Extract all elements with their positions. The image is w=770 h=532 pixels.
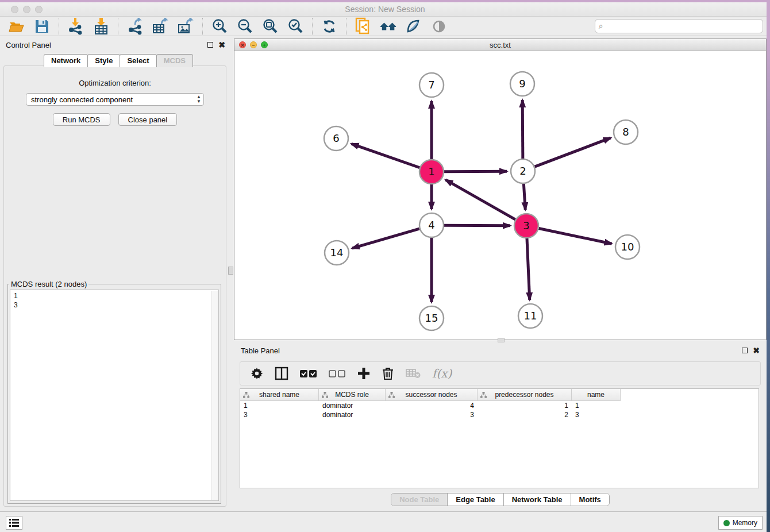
- zoom-out-icon[interactable]: [236, 18, 253, 35]
- tab-select[interactable]: Select: [120, 54, 156, 67]
- duplicate-network-icon[interactable]: [355, 18, 372, 35]
- vertical-splitter-handle[interactable]: [228, 267, 233, 275]
- column-header-name[interactable]: name: [572, 389, 621, 400]
- table-settings-icon[interactable]: [251, 367, 263, 380]
- cell-name[interactable]: 3: [572, 410, 621, 419]
- status-bar: Memory: [0, 511, 770, 532]
- tab-network[interactable]: Network: [44, 54, 88, 67]
- import-network-icon[interactable]: [67, 18, 84, 35]
- cell-predecessor-nodes[interactable]: 1: [478, 401, 572, 410]
- mcds-result-text[interactable]: 1 3: [10, 290, 219, 501]
- search-input[interactable]: [606, 22, 763, 30]
- close-panel-icon[interactable]: ✖: [218, 42, 225, 48]
- edge-4-3[interactable]: [444, 225, 510, 226]
- column-header-successor-nodes[interactable]: successor nodes: [386, 389, 478, 400]
- mcds-result-title: MCDS result (2 nodes): [9, 280, 88, 288]
- graph-node-label-3: 3: [523, 219, 529, 232]
- save-session-icon[interactable]: [33, 18, 51, 35]
- column-panel-icon[interactable]: [275, 367, 288, 380]
- export-image-icon[interactable]: [177, 18, 194, 35]
- graph-node-label-6: 6: [333, 132, 339, 144]
- graph-node-label-4: 4: [428, 219, 434, 231]
- vizmap-icon[interactable]: [405, 18, 422, 35]
- graph-node-label-1: 1: [428, 165, 434, 178]
- delete-table-icon[interactable]: [406, 368, 421, 379]
- cell-mcds-role[interactable]: dominator: [319, 410, 386, 419]
- task-history-button[interactable]: [6, 516, 22, 530]
- edge-3-1[interactable]: [445, 180, 515, 219]
- result-line: 3: [14, 300, 218, 310]
- cell-successor-nodes[interactable]: 3: [386, 410, 478, 419]
- export-network-icon[interactable]: [126, 18, 144, 35]
- delete-column-icon[interactable]: [382, 367, 394, 380]
- select-all-columns-icon[interactable]: [300, 369, 317, 378]
- optimization-criterion-label: Optimization criterion:: [4, 79, 226, 87]
- network-canvas[interactable]: 7968124314101511: [234, 52, 766, 340]
- export-table-icon[interactable]: [152, 18, 169, 35]
- result-scrollbar[interactable]: [211, 291, 218, 500]
- table-row[interactable]: 1 dominator 4 1 1: [240, 401, 621, 410]
- tab-network-table[interactable]: Network Table: [504, 494, 571, 506]
- criterion-combobox[interactable]: strongly connected component ▲▼: [26, 93, 204, 106]
- network-view-window: ✕ − + scc.txt 7968124314101511: [234, 38, 767, 340]
- table-panel-title: Table Panel: [241, 346, 742, 355]
- edge-2-9[interactable]: [522, 100, 523, 159]
- control-panel-tabs: Network Style Select MCDS: [44, 54, 192, 67]
- float-panel-icon[interactable]: [207, 42, 213, 48]
- column-header-shared-name[interactable]: shared name: [240, 389, 319, 400]
- node-table[interactable]: shared name MCDS role successor nodes pr…: [240, 388, 759, 488]
- result-line: 1: [14, 291, 218, 300]
- cell-mcds-role[interactable]: dominator: [319, 401, 386, 410]
- open-session-icon[interactable]: [8, 18, 25, 35]
- zoom-fit-icon[interactable]: [261, 18, 279, 35]
- network-maximize-button[interactable]: +: [261, 41, 268, 48]
- graph-node-label-8: 8: [622, 126, 629, 138]
- cell-shared-name[interactable]: 3: [240, 410, 319, 419]
- network-window-titlebar[interactable]: ✕ − + scc.txt: [234, 39, 766, 51]
- column-header-predecessor-nodes[interactable]: predecessor nodes: [478, 389, 572, 400]
- mcds-result-group: MCDS result (2 nodes) 1 3: [7, 280, 221, 504]
- unselect-all-columns-icon[interactable]: [329, 369, 346, 378]
- desktop-edge-top: [0, 0, 770, 2]
- zoom-in-icon[interactable]: [211, 18, 228, 35]
- table-header-row: shared name MCDS role successor nodes pr…: [240, 389, 621, 401]
- tab-node-table[interactable]: Node Table: [391, 494, 448, 506]
- column-header-mcds-role[interactable]: MCDS role: [319, 389, 386, 400]
- tab-mcds[interactable]: MCDS: [156, 54, 193, 67]
- edge-2-3[interactable]: [523, 184, 525, 210]
- function-builder-icon[interactable]: f(x): [432, 367, 452, 380]
- import-table-icon[interactable]: [93, 18, 110, 35]
- table-row[interactable]: 3 dominator 3 2 3: [240, 410, 621, 419]
- cell-successor-nodes[interactable]: 4: [386, 401, 478, 410]
- combo-stepper-icon: ▲▼: [197, 95, 201, 104]
- hide-icon[interactable]: [430, 18, 448, 35]
- create-column-icon[interactable]: [357, 367, 370, 380]
- run-mcds-button[interactable]: Run MCDS: [53, 113, 110, 126]
- memory-button[interactable]: Memory: [718, 516, 763, 530]
- tab-edge-table[interactable]: Edge Table: [448, 494, 503, 506]
- horizontal-splitter-handle[interactable]: [498, 338, 505, 342]
- zoom-selected-icon[interactable]: [287, 18, 304, 35]
- edge-1-6[interactable]: [351, 144, 419, 168]
- network-close-button[interactable]: ✕: [239, 41, 246, 48]
- edge-3-11[interactable]: [527, 238, 530, 300]
- cell-shared-name[interactable]: 1: [240, 401, 319, 410]
- cell-predecessor-nodes[interactable]: 2: [478, 410, 572, 419]
- first-neighbors-icon[interactable]: [380, 18, 397, 35]
- tab-motifs[interactable]: Motifs: [571, 494, 609, 506]
- edge-2-8[interactable]: [535, 138, 611, 167]
- memory-status-icon: [723, 520, 730, 526]
- table-tabs: Node Table Edge Table Network Table Moti…: [391, 493, 610, 506]
- cell-name[interactable]: 1: [572, 401, 621, 410]
- tab-style[interactable]: Style: [87, 54, 120, 67]
- edge-3-10[interactable]: [539, 229, 612, 244]
- edge-4-14[interactable]: [352, 229, 419, 248]
- network-minimize-button[interactable]: −: [250, 41, 257, 48]
- float-table-panel-icon[interactable]: [742, 348, 748, 353]
- close-panel-button[interactable]: Close panel: [118, 113, 178, 126]
- refresh-icon[interactable]: [321, 18, 338, 35]
- graph-node-label-15: 15: [425, 312, 438, 324]
- graph-node-label-7: 7: [428, 79, 434, 91]
- close-table-panel-icon[interactable]: ✖: [753, 348, 760, 353]
- edge-1-2[interactable]: [444, 171, 507, 172]
